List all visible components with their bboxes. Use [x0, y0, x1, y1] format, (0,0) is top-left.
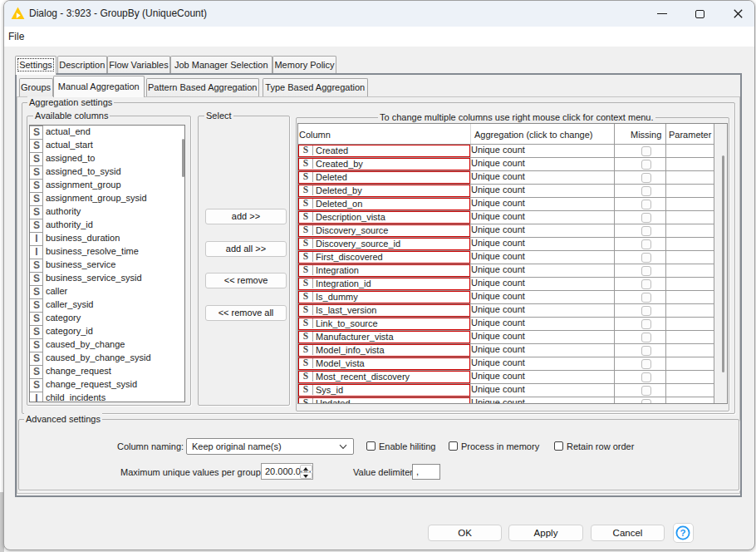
svg-text:?: ?: [680, 528, 685, 538]
